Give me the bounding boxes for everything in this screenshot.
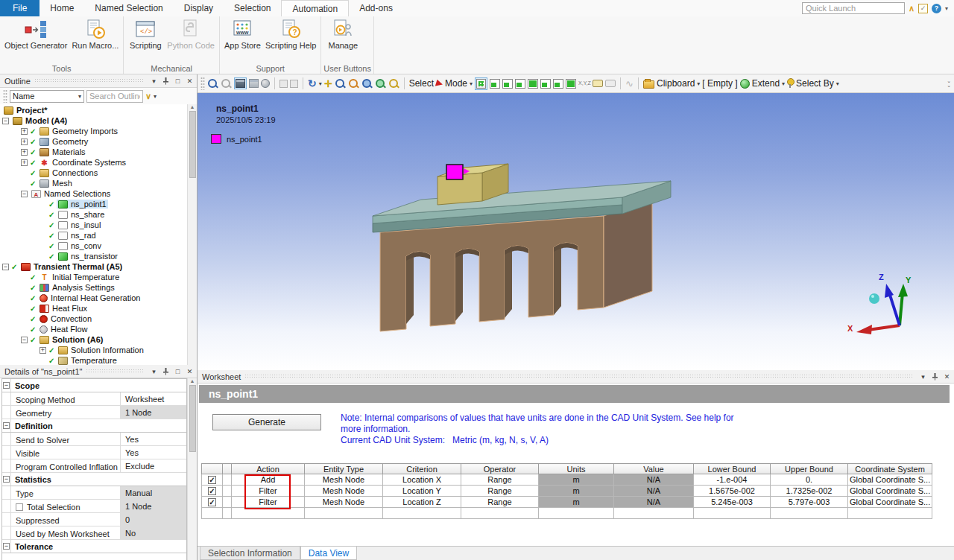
checkbox-checked[interactable]: ✓ [208,487,216,495]
tree-item-initial-temperature[interactable]: ✓Initial Temperature [0,272,187,282]
rotate-dropdown-icon[interactable]: ▾ [319,80,322,87]
label-icon[interactable] [593,80,603,87]
cell-upper-bound[interactable]: 0. [771,474,848,486]
menu-tab-named-selection[interactable]: Named Selection [84,0,173,16]
name-filter-combo[interactable]: Name ▾ [10,90,84,103]
app-store-button[interactable]: wwwApp Store [222,17,263,50]
manage-button[interactable]: Manage [323,17,362,50]
tree-item-solution-information[interactable]: +✓Solution Information [0,345,187,355]
expander-expand-icon[interactable]: + [21,139,28,145]
pan-icon[interactable]: ✛ [324,78,332,89]
details-category-tolerance[interactable]: −Tolerance [2,540,186,553]
tree-item-ns-share[interactable]: ✓ns_share [0,209,187,220]
tree-item-geometry-imports[interactable]: +✓Geometry Imports [0,126,187,136]
chevron-down-icon[interactable]: ▾ [918,372,928,382]
cell-criterion[interactable]: Location Z [383,497,461,508]
tree-item-heat-flow[interactable]: ✓Heat Flow [0,324,187,334]
run-macro-button[interactable]: Run Macro... [69,17,121,50]
zoom-capture-icon[interactable] [375,78,386,89]
tree-item-ns-point1[interactable]: ✓ns_point1 [0,199,187,209]
expander-expand-icon[interactable]: + [40,347,46,354]
help-icon[interactable]: ? [932,4,941,13]
details-category-scope[interactable]: −Scope [2,379,186,392]
tree-item-solution-a6[interactable]: −✓Solution (A6) [0,334,187,345]
expander-collapse-icon[interactable]: − [2,264,9,270]
tree-item-coordinate-systems[interactable]: +✓Coordinate Systems [0,157,187,168]
collapse-icon[interactable]: − [3,543,10,550]
cell-lower-bound[interactable]: 5.245e-003 [694,497,771,508]
collapse-icon[interactable]: − [3,476,10,483]
vertex-select-icon[interactable] [490,79,500,89]
show-vertices-icon[interactable] [261,79,270,88]
checkbox-unchecked[interactable] [16,503,23,511]
tree-item-materials[interactable]: +✓Materials [0,147,187,157]
tree-item-convection[interactable]: ✓Convection [0,314,187,324]
tree-item-ns-transistor[interactable]: ✓ns_transistor [0,251,187,261]
collapse-icon[interactable]: − [3,422,10,429]
menu-tab-display[interactable]: Display [174,0,224,16]
generate-button[interactable]: Generate [212,414,321,430]
python-code-button[interactable]: Python Code [165,17,217,50]
pin-icon[interactable] [930,372,940,382]
clipboard-dropdown-icon[interactable]: ▾ [697,80,700,87]
scripting-button[interactable]: </>Scripting [126,17,165,50]
clipboard-icon[interactable] [643,80,654,89]
cell-entity-type[interactable]: Mesh Node [305,486,383,497]
details-value[interactable]: Exclude [121,459,186,472]
heatsink-model[interactable] [198,93,954,370]
extend-dropdown-icon[interactable]: ▾ [782,80,785,87]
mode-dropdown-icon[interactable]: ▾ [470,80,473,87]
cell-upper-bound[interactable]: 5.797e-003 [771,497,848,508]
tree-item-internal-heat-generation[interactable]: ✓Internal Heat Generation [0,293,187,303]
close-icon[interactable]: ✕ [942,372,952,382]
cell-lower-bound[interactable]: 1.5675e-002 [694,486,771,497]
tree-item-model-a4[interactable]: −Model (A4) [0,115,187,126]
element-face-select-icon[interactable] [566,79,576,89]
cell-action[interactable]: Filter [232,497,305,508]
cell-criterion[interactable]: Location Y [383,486,461,497]
tree-item-transient-thermal-a5[interactable]: −✓Transient Thermal (A5) [0,261,187,272]
tree-item-heat-flux[interactable]: ✓Heat Flux [0,303,187,314]
cell-entity-type[interactable]: Mesh Node [305,474,383,486]
expander-collapse-icon[interactable]: − [2,118,9,124]
clipboard-label[interactable]: Clipboard [657,78,695,89]
maximize-icon[interactable]: □ [173,366,183,377]
drag-handle[interactable] [3,89,7,103]
cell-coordinate-system[interactable]: Global Coordinate S... [848,486,932,497]
zoom-undo-icon[interactable] [207,78,218,89]
zoom-fit-icon[interactable] [361,78,373,89]
select-cursor-icon[interactable] [435,79,443,87]
cell-coordinate-system[interactable]: Global Coordinate S... [848,474,932,486]
expander-expand-icon[interactable]: + [21,128,28,135]
tree-item-mesh[interactable]: ✓Mesh [0,178,187,188]
pin-icon[interactable] [161,366,171,377]
menu-tab-selection[interactable]: Selection [224,0,281,16]
toolbar-overflow-icon[interactable]: ⌄⌄ [947,79,951,88]
checkbox-checked[interactable]: ✓ [208,476,216,484]
close-icon[interactable]: ✕ [185,366,195,377]
menu-tab-automation[interactable]: Automation [281,0,349,16]
extend-label[interactable]: Extend [752,78,780,89]
details-value[interactable]: Yes [121,433,186,445]
tree-item-connections[interactable]: ✓Connections [0,168,187,178]
tree-item-ns-conv[interactable]: ✓ns_conv [0,241,187,251]
expander-collapse-icon[interactable]: − [21,191,28,197]
cell-operator[interactable]: Range [461,497,539,508]
menu-tab-file[interactable]: File [0,0,40,16]
copy-icon[interactable] [279,80,288,88]
select-by-label[interactable]: Select By [796,78,834,89]
tree-item-temperature[interactable]: ✓Temperature [0,355,187,365]
tree-item-named-selections[interactable]: −Named Selections [0,188,187,199]
feedback-icon[interactable]: ✓ [918,4,928,13]
cell-coordinate-system[interactable]: Global Coordinate S... [848,497,932,508]
expander-expand-icon[interactable]: + [21,149,28,156]
menu-tab-home[interactable]: Home [40,0,84,16]
node-select-icon[interactable] [540,79,551,89]
tree-item-analysis-settings[interactable]: ✓Analysis Settings [0,282,187,293]
expand-search-icon[interactable]: ∨ [145,92,151,101]
table-row[interactable]: ✓FilterMesh NodeLocation ZRangemN/A5.245… [202,497,932,508]
cell-upper-bound[interactable]: 1.7325e-002 [771,486,848,497]
expander-expand-icon[interactable]: + [21,159,28,166]
quick-launch-input[interactable] [802,2,905,14]
details-category-statistics[interactable]: −Statistics [2,473,186,486]
